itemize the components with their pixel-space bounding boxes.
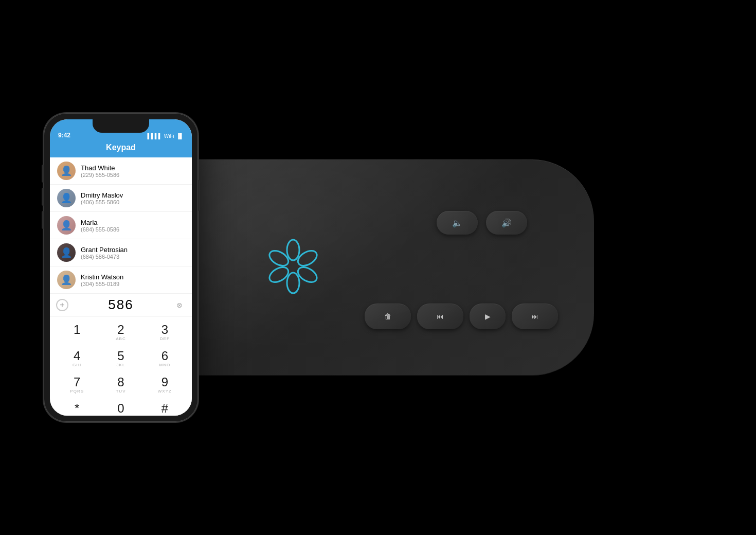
key-letters: ABC [116, 336, 125, 342]
contact-name: Dmitry Maslov [81, 191, 185, 199]
phone-screen: 9:42 ▌▌▌▌ WiFi ▐▌ Keypad 👤Thad White(229… [50, 119, 192, 416]
key-letters: DEF [160, 336, 170, 342]
key-number: * [75, 402, 79, 415]
key-7[interactable]: 7PQRS [55, 372, 99, 398]
key-8[interactable]: 8TUV [99, 372, 142, 398]
avatar: 👤 [57, 243, 76, 262]
add-contact-button[interactable]: + [56, 299, 68, 311]
key-number: 3 [161, 324, 168, 336]
key-letters: GHI [73, 363, 81, 368]
key-number: 6 [161, 350, 168, 362]
device-playback-controls: 🗑 ⏮ ▶ ⏭ [365, 304, 558, 329]
key-number: 1 [74, 324, 80, 336]
key-number: 5 [117, 350, 124, 362]
contact-name: Maria [81, 219, 185, 226]
contact-item[interactable]: 👤Thad White(229) 555-0586 [50, 157, 192, 185]
signal-icon: ▌▌▌▌ [147, 133, 161, 139]
obi-device: 🔈 🔊 🗑 ⏮ ▶ ⏭ [157, 159, 594, 376]
phone-notch [93, 119, 149, 133]
header-title: Keypad [50, 143, 192, 152]
key-letters: + [119, 415, 122, 416]
key-2[interactable]: 2ABC [99, 319, 142, 346]
svg-point-15 [287, 273, 299, 293]
key-letters: WXYZ [158, 389, 172, 394]
contact-list: 👤Thad White(229) 555-0586👤Dmitry Maslov(… [50, 157, 192, 294]
device-logo [260, 236, 327, 299]
contact-info: Maria(684) 555-0586 [81, 219, 185, 233]
status-time: 9:42 [58, 132, 70, 139]
rewind-button[interactable]: ⏮ [417, 304, 463, 329]
key-5[interactable]: 5JKL [99, 346, 142, 372]
key-#[interactable]: # [143, 398, 187, 416]
contact-phone: (406) 555-5860 [81, 199, 185, 205]
key-number: 2 [117, 324, 124, 336]
contact-name: Thad White [81, 164, 185, 172]
contact-name: Kristin Watson [81, 273, 185, 281]
key-number: 7 [74, 376, 80, 388]
contact-info: Grant Petrosian(684) 586-0473 [81, 246, 185, 260]
volume-up-icon: 🔊 [501, 218, 512, 228]
key-1[interactable]: 1 [55, 319, 99, 346]
key-3[interactable]: 3DEF [143, 319, 187, 346]
dial-display: 586 [73, 297, 169, 313]
key-4[interactable]: 4GHI [55, 346, 99, 372]
contact-phone: (229) 555-0586 [81, 172, 185, 178]
status-icons: ▌▌▌▌ WiFi ▐▌ [147, 133, 184, 139]
contact-item[interactable]: 👤Dmitry Maslov(406) 555-5860 [50, 185, 192, 212]
keypad-grid: 12ABC3DEF4GHI5JKL6MNO7PQRS8TUV9WXYZ*0+# [50, 316, 192, 416]
key-number: # [161, 402, 168, 415]
battery-icon: ▐▌ [176, 133, 184, 139]
delete-button[interactable]: 🗑 [365, 304, 411, 329]
key-*[interactable]: * [55, 398, 99, 416]
key-number: 4 [74, 350, 80, 362]
delete-icon: 🗑 [384, 312, 391, 320]
device-body: 🔈 🔊 🗑 ⏮ ▶ ⏭ [157, 159, 594, 376]
avatar: 👤 [57, 271, 76, 289]
volume-up-button[interactable]: 🔊 [486, 211, 527, 235]
backspace-button[interactable]: ⊗ [173, 299, 186, 311]
contact-phone: (684) 555-0586 [81, 226, 185, 233]
contact-item[interactable]: 👤Maria(684) 555-0586 [50, 212, 192, 239]
wifi-icon: WiFi [164, 133, 174, 139]
contact-item[interactable]: 👤Grant Petrosian(684) 586-0473 [50, 239, 192, 266]
rewind-icon: ⏮ [437, 312, 444, 320]
svg-point-12 [287, 240, 299, 260]
avatar: 👤 [57, 216, 76, 235]
key-0[interactable]: 0+ [99, 398, 142, 416]
key-letters: PQRS [70, 389, 84, 394]
phone-header: Keypad [50, 141, 192, 157]
volume-down-button[interactable]: 🔈 [437, 211, 478, 235]
contact-info: Kristin Watson(304) 555-0189 [81, 273, 185, 287]
contact-item[interactable]: 👤Kristin Watson(304) 555-0189 [50, 266, 192, 294]
dial-input-row[interactable]: + 586 ⊗ [50, 294, 192, 316]
key-number: 0 [117, 402, 124, 415]
play-button[interactable]: ▶ [470, 304, 506, 329]
play-icon: ▶ [485, 312, 491, 320]
fast-forward-button[interactable]: ⏭ [512, 304, 558, 329]
phone-device: 9:42 ▌▌▌▌ WiFi ▐▌ Keypad 👤Thad White(229… [44, 113, 198, 422]
volume-down-icon: 🔈 [452, 218, 462, 228]
contact-name: Grant Petrosian [81, 246, 185, 254]
avatar: 👤 [57, 189, 76, 207]
key-letters: JKL [117, 363, 125, 368]
key-6[interactable]: 6MNO [143, 346, 187, 372]
contact-phone: (684) 586-0473 [81, 254, 185, 260]
key-number: 8 [117, 376, 124, 388]
scene: 9:42 ▌▌▌▌ WiFi ▐▌ Keypad 👤Thad White(229… [44, 21, 712, 514]
contact-phone: (304) 555-0189 [81, 281, 185, 287]
key-9[interactable]: 9WXYZ [143, 372, 187, 398]
device-volume-controls: 🔈 🔊 [437, 211, 527, 235]
contact-info: Thad White(229) 555-0586 [81, 164, 185, 178]
key-letters: TUV [116, 389, 125, 394]
key-number: 9 [161, 376, 168, 388]
avatar: 👤 [57, 162, 76, 180]
key-letters: MNO [159, 363, 170, 368]
contact-info: Dmitry Maslov(406) 555-5860 [81, 191, 185, 205]
fast-forward-icon: ⏭ [531, 312, 538, 320]
